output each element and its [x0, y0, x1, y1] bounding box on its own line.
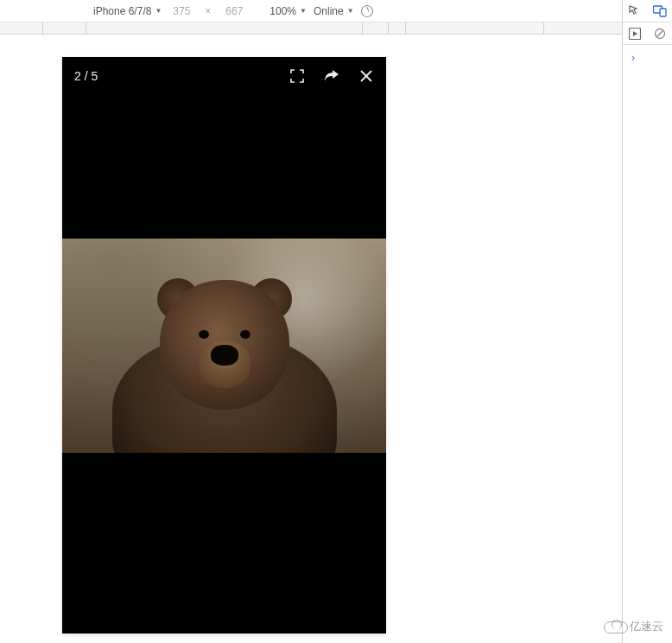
ruler-segment[interactable]	[43, 22, 86, 34]
network-label: Online	[314, 5, 344, 17]
zoom-label: 100%	[269, 5, 296, 17]
devtools-side-panel: ›	[622, 0, 672, 643]
phone-screen: 2 / 5	[62, 57, 386, 633]
image-counter: 2 / 5	[74, 69, 98, 83]
svg-line-4	[656, 30, 663, 37]
caret-down-icon: ▼	[300, 7, 307, 15]
toggle-device-icon[interactable]	[653, 4, 667, 18]
ruler-segment[interactable]	[389, 22, 406, 34]
ruler-segment[interactable]	[406, 22, 544, 34]
caret-down-icon: ▼	[155, 7, 162, 15]
height-value[interactable]: 667	[221, 5, 247, 17]
zoom-select[interactable]: 100% ▼	[269, 5, 307, 17]
select-element-icon[interactable]	[628, 4, 642, 18]
side-panel-second-row	[623, 22, 672, 45]
devtools-device-bar: iPhone 6/7/8 ▼ 375 × 667 100% ▼ Online ▼…	[0, 0, 672, 22]
ruler-segment[interactable]	[544, 22, 605, 34]
close-icon[interactable]	[358, 68, 374, 84]
play-panel-icon[interactable]	[628, 27, 642, 41]
ruler-segment[interactable]	[363, 22, 389, 34]
ruler-segment[interactable]	[86, 22, 363, 34]
network-select[interactable]: Online ▼	[314, 5, 354, 17]
image-content[interactable]	[62, 239, 386, 453]
width-value[interactable]: 375	[168, 5, 194, 17]
device-select[interactable]: iPhone 6/7/8 ▼	[93, 5, 162, 17]
no-sign-icon[interactable]	[653, 27, 667, 41]
emulated-viewport: 2 / 5	[0, 35, 622, 643]
watermark-text: 亿速云	[630, 619, 663, 634]
caret-down-icon: ▼	[347, 7, 354, 15]
watermark: 亿速云	[604, 619, 663, 634]
expand-chevron-icon[interactable]: ›	[623, 45, 672, 71]
responsive-ruler	[0, 22, 622, 35]
side-panel-top-row	[623, 0, 672, 22]
fullscreen-icon[interactable]	[289, 68, 305, 84]
rotate-icon[interactable]	[359, 3, 375, 19]
dimension-separator: ×	[205, 5, 211, 17]
cloud-icon	[604, 620, 626, 633]
image-viewer-topbar: 2 / 5	[62, 57, 386, 95]
ruler-segment[interactable]	[0, 22, 43, 34]
viewer-actions	[289, 68, 374, 84]
device-label: iPhone 6/7/8	[93, 5, 151, 17]
svg-rect-1	[660, 9, 666, 16]
share-icon[interactable]	[324, 68, 339, 84]
